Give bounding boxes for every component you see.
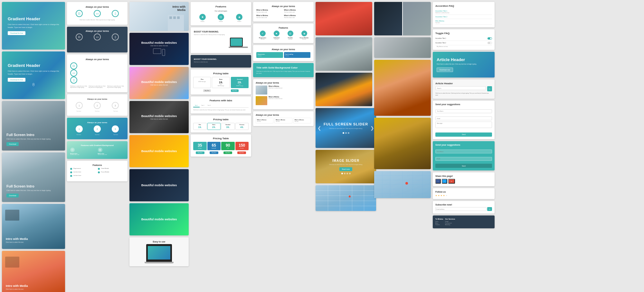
steps-1-heading: Always on your terms [70,98,124,100]
steps-teal-row: 1 2 3 [70,125,124,132]
always-media-card: Always on your terms What is Minima Clic… [253,79,314,109]
acc-content-3: Text here [435,22,492,23]
image-slider-btn[interactable]: Read more [339,167,353,171]
twitter-btn[interactable]: t [442,179,447,184]
fancy-btn-3[interactable]: Buy Now [223,151,232,154]
step-teal-3: 3 [112,125,119,132]
plan4-price-2: 29. [208,126,220,129]
gradient-header-2-btn[interactable]: Download for free [8,78,25,82]
step-2-desc: Text here [89,111,106,112]
acc-item-2: Accordion Title 2 [435,15,492,19]
article-search-btn[interactable]: Go [487,86,492,91]
acc-label-1[interactable]: Accordion Title 1 [435,10,492,12]
footer-col-2-item-3: Marketing [445,224,455,225]
subscribe-email[interactable] [435,207,487,211]
gplus-btn[interactable]: g+ [448,179,455,184]
feat-plain-text-3: List item here [73,175,81,176]
form-contact-name[interactable] [435,150,492,153]
solid-bg-desc: Click here to select this text. Click an… [256,70,310,74]
slider-dot-2[interactable] [345,132,347,134]
tab-item-3[interactable]: Tab 3 [206,104,213,107]
laptop-screen-container [146,244,172,262]
form-message-input[interactable] [435,122,492,128]
pricing-btn-1[interactable]: Buy Now [203,89,211,92]
fullscreen-intro-1-btn[interactable]: Download [6,142,19,146]
image-slider-dot-3[interactable] [346,173,348,174]
always-5-item-2-title: What is Minima [284,9,310,11]
image-slider-dot-1[interactable] [341,173,343,174]
mobile-man-title: Beautiful mobile websites [141,114,177,118]
intro-photo-title: Intro with [173,5,186,8]
always-5-items: What is Minima Text here click to edit W… [256,9,310,13]
acc-label-2[interactable]: Accordion Title 2 [435,16,492,18]
gradient-header-1-btn[interactable]: Download for free [8,31,25,35]
tab-item-1[interactable]: Tab 1 [193,104,200,107]
always-more-desc-2: Text here [276,121,291,122]
slider-dot-3[interactable] [348,132,349,134]
fancy-btn-1[interactable]: Buy Now [196,151,204,154]
facebook-btn[interactable]: f [435,179,441,184]
plan-col-3: Standard 29. /mo 16GB Storage [231,77,249,88]
pricing-fancy-card: Pricing Table 35 Storage 65 Bandwidth 90… [191,134,251,157]
article-search-input[interactable] [435,86,486,90]
boost-title: BOOST YOUR RANKING. [194,31,248,33]
steps-teal-card: Always on your terms 1 2 3 Text here Tex… [67,118,128,139]
feat-grad-icon-2: ◈ [98,148,102,152]
plan4-name-3: Standard [222,124,234,125]
toggle-switch-1[interactable] [488,37,492,40]
pricing-btn-2[interactable]: Buy Now [231,89,239,92]
subscribe-btn[interactable]: Go [487,207,492,211]
slider-dots [343,132,349,134]
slider-right-arrow[interactable]: ❯ [370,125,374,131]
mobile-dark-sub: Click here to select this text [150,45,168,47]
toggle-switch-2[interactable] [488,42,492,44]
always-5-item-3-desc: Text here click to edit [256,17,283,19]
intro-media-2-desc: Click here to select this text. [6,288,24,290]
tablet-icon: ▭ [94,10,101,17]
step-3: 3 [112,102,119,109]
form-email-input[interactable] [435,116,492,120]
map-card [316,185,376,211]
always-5-item-2: What is Minima Text here click to edit [284,9,310,13]
image-slider-dot-4[interactable] [349,173,351,174]
media-title-1: What is Minima [269,86,282,87]
laptop-screen [148,246,170,260]
slider-left-arrow[interactable]: ❮ [317,125,321,131]
form-name-input[interactable] [435,109,492,113]
toggle-content: Why Minima: text here [435,46,492,47]
plan4-name-4: Premium [236,124,248,125]
svg-rect-2 [173,16,176,19]
feat-plain-dot-5 [98,171,100,173]
fullscreen-intro-2-btn[interactable]: Download [6,194,19,197]
feat-icon-item-2: ⊡ Feature [212,14,229,22]
map-grid-svg [374,171,431,198]
feat-icon-2: ⊡ [218,14,224,20]
full-slider-desc: Click here to select this text. Click an… [329,128,363,130]
tab-item-2[interactable]: Tab 2 [200,104,206,107]
feat-icon-3: ◈ [236,14,242,20]
always-more-title-1: What is Minima [257,119,272,121]
slider-dot-1[interactable] [343,132,344,134]
fancy-col-2: 65 Bandwidth [207,142,221,150]
image-slider-dot-2[interactable] [344,173,346,174]
fancy-btn-2[interactable]: Buy Now [210,151,218,154]
star-1: ★ [435,194,437,196]
article-header-desc: Click here to select this text. Click an… [437,63,477,65]
map-lines [316,185,376,211]
features-plain-card: Features Requirement List item here List… [67,161,128,181]
mobile-sunset-title: Beautiful mobile websites [141,80,177,84]
form-submit-btn[interactable]: Send [435,132,492,137]
form-contact-email[interactable] [435,157,492,161]
image-slider-desc: Click here to select this text. Click an… [329,164,363,166]
features-gradient-card: Features with Gradient Background ⊡ Resp… [67,141,128,159]
form-contact-title: Send your suggestions [435,144,492,146]
fullscreen-intro-2-card: Full Screen Intro Click here to select t… [2,152,65,202]
plan-price-2: 19. [213,81,229,84]
article-header-btn[interactable]: Download now [437,68,453,72]
photo-warm-card [374,60,431,116]
always-5-item-2-desc: Text here click to edit [284,12,310,13]
feat-col-item-2: Fast Loading Text here [284,52,311,58]
form-contact-submit[interactable]: Send [435,164,492,168]
acc-label-3[interactable]: Why Minima [435,20,492,22]
fancy-btn-4[interactable]: Buy Now [237,151,246,154]
